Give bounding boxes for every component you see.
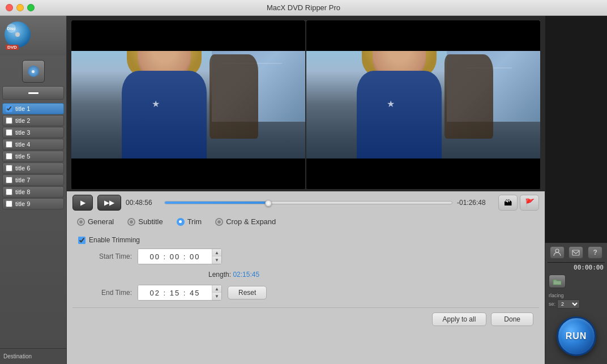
done-button[interactable]: Done (491, 312, 533, 326)
controls-area: ▶ ▶▶ 00:48:56 -01:26:48 🏔 � (67, 191, 545, 364)
minimize-button[interactable] (16, 4, 24, 11)
use-label: se: (549, 301, 555, 307)
snap-buttons: 🏔 🚩 (498, 195, 539, 211)
title-4-checkbox[interactable] (6, 141, 12, 148)
snap-left-button[interactable]: 🏔 (498, 195, 518, 211)
end-time-row: End Time: ▲ ▼ Reset (89, 285, 533, 301)
tab-general-radio[interactable] (77, 218, 85, 226)
tab-crop-label: Crop & Expand (226, 217, 276, 226)
disc-type-btn-1[interactable] (22, 60, 45, 83)
start-time-row: Start Time: ▲ ▼ (89, 249, 533, 264)
folder-button[interactable] (549, 275, 566, 288)
title-item-7[interactable]: title 7 (2, 174, 64, 186)
progress-thumb (265, 200, 272, 207)
title-item-5[interactable]: title 5 (2, 151, 64, 162)
title-9-checkbox[interactable] (6, 200, 12, 207)
fast-forward-button[interactable]: ▶▶ (97, 195, 121, 211)
far-right-panel: ? 00:00:00 rlacing se: 2 1 3 (545, 16, 607, 364)
title-6-label: title 6 (15, 165, 30, 172)
maximize-button[interactable] (27, 4, 35, 11)
reset-button[interactable]: Reset (228, 286, 267, 299)
tab-bar: General Subtitle Trim Crop & Expand (72, 214, 539, 229)
enable-trim-label[interactable]: Enable Trimming (89, 236, 140, 244)
sidebar-top: Disc DVD (0, 16, 66, 55)
apply-to-all-button[interactable]: Apply to all (432, 312, 487, 326)
title-item-3[interactable]: title 3 (2, 127, 64, 138)
snap-right-button[interactable]: 🚩 (520, 195, 539, 211)
email-icon-btn[interactable] (568, 246, 583, 259)
play-button[interactable]: ▶ (72, 195, 93, 211)
end-time-input-group: ▲ ▼ (138, 285, 222, 301)
tab-trim-radio[interactable] (177, 218, 185, 226)
bottom-bar: Apply to all Done (72, 307, 539, 331)
user-icon-btn[interactable] (550, 246, 565, 259)
start-time-label: Start Time: (89, 252, 132, 260)
folder-icon-area (545, 272, 607, 290)
end-time-spinners: ▲ ▼ (212, 285, 221, 300)
main-container: Disc DVD title 1 (0, 16, 607, 364)
svg-point-0 (555, 249, 559, 252)
video-preview: ★ (67, 16, 545, 191)
ff-icon: ▶▶ (104, 199, 114, 207)
title-8-label: title 8 (15, 189, 30, 195)
title-item-2[interactable]: title 2 (2, 115, 64, 126)
close-button[interactable] (6, 4, 13, 11)
end-time-spinner-up[interactable]: ▲ (212, 285, 221, 293)
dvd-logo: Disc DVD (5, 22, 33, 50)
deinterlace-label: rlacing (549, 293, 604, 298)
title-item-1[interactable]: title 1 (2, 103, 64, 114)
end-time-input[interactable] (138, 285, 212, 300)
destination-bar: Destination (0, 348, 66, 364)
title-item-4[interactable]: title 4 (2, 139, 64, 150)
tab-subtitle[interactable]: Subtitle (123, 216, 167, 227)
tab-trim[interactable]: Trim (172, 216, 207, 227)
end-time-label: End Time: (89, 289, 132, 297)
tab-general[interactable]: General (72, 216, 118, 227)
flag-icon: 🚩 (525, 198, 535, 207)
sidebar-pill-minus[interactable] (2, 86, 64, 100)
start-time-spinner-down[interactable]: ▼ (212, 256, 221, 264)
current-time: 00:48:56 (126, 199, 160, 207)
tab-crop[interactable]: Crop & Expand (211, 216, 280, 227)
tab-subtitle-radio[interactable] (127, 218, 135, 226)
title-6-checkbox[interactable] (6, 165, 12, 172)
title-4-label: title 4 (15, 141, 30, 148)
progress-fill (165, 202, 268, 204)
sidebar-middle (0, 55, 66, 102)
tab-general-label: General (88, 217, 114, 226)
title-5-checkbox[interactable] (6, 153, 12, 160)
title-item-6[interactable]: title 6 (2, 162, 64, 174)
title-1-checkbox[interactable] (6, 105, 12, 112)
end-time-spinner-down[interactable]: ▼ (212, 293, 221, 300)
video-pane-left: ★ (71, 20, 305, 189)
tab-subtitle-label: Subtitle (138, 217, 163, 226)
tab-crop-radio[interactable] (215, 218, 223, 226)
progress-track[interactable] (164, 201, 452, 204)
start-time-spinners: ▲ ▼ (212, 249, 221, 264)
title-5-label: title 5 (15, 153, 30, 160)
title-9-label: title 9 (15, 200, 30, 207)
video-scene-right: ★ (306, 20, 540, 189)
title-8-checkbox[interactable] (6, 189, 12, 195)
video-pane-right: ★ (306, 20, 540, 189)
enable-trim-row[interactable]: Enable Trimming (78, 236, 533, 244)
enable-trim-checkbox[interactable] (78, 237, 86, 244)
trim-content: Enable Trimming Start Time: ▲ ▼ Length: (72, 233, 539, 304)
title-3-checkbox[interactable] (6, 129, 12, 136)
mountain-icon: 🏔 (504, 198, 512, 207)
run-button[interactable]: RUN (557, 316, 596, 356)
tab-trim-label: Trim (187, 217, 202, 226)
title-3-label: title 3 (15, 129, 30, 136)
deinterlace-row: se: 2 1 3 (549, 299, 604, 309)
start-time-spinner-up[interactable]: ▲ (212, 249, 221, 256)
length-row: Length: 02:15:45 (143, 269, 533, 279)
deinterlace-select[interactable]: 2 1 3 (557, 299, 580, 309)
title-item-8[interactable]: title 8 (2, 186, 64, 198)
help-icon-btn[interactable]: ? (588, 246, 602, 259)
title-2-label: title 2 (15, 117, 30, 124)
title-2-checkbox[interactable] (6, 117, 12, 124)
start-time-input[interactable] (138, 249, 212, 264)
title-7-checkbox[interactable] (6, 177, 12, 183)
sidebar: Disc DVD title 1 (0, 16, 67, 364)
title-item-9[interactable]: title 9 (2, 198, 64, 209)
